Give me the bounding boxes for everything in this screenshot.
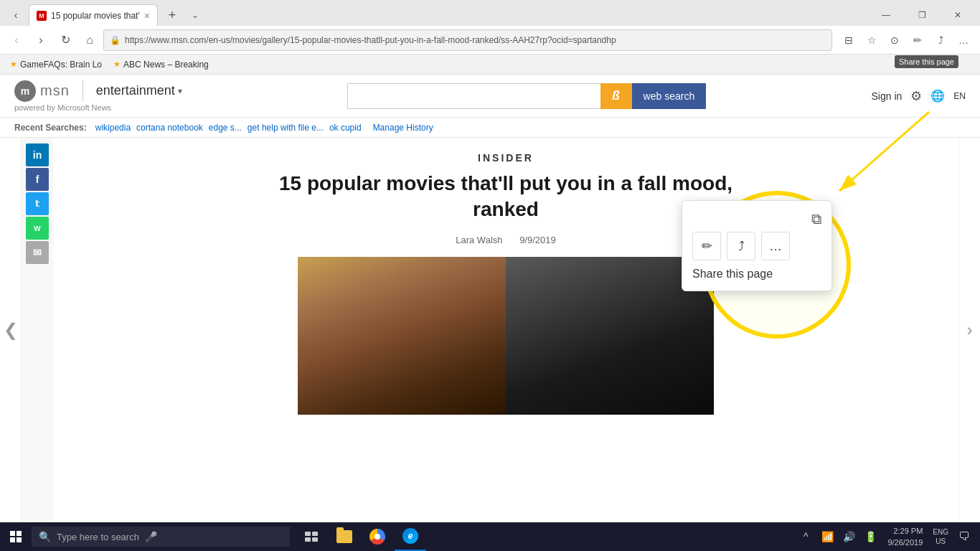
globe-icon[interactable]: 🌐 <box>930 89 945 103</box>
language-label: EN <box>953 91 966 101</box>
linkedin-share-button[interactable]: in <box>26 143 49 166</box>
msn-logo: m msn <box>14 80 70 102</box>
refresh-button[interactable]: ↻ <box>55 29 76 51</box>
msn-nav-label: entertainment <box>96 83 175 98</box>
chrome-icon <box>369 529 385 545</box>
file-explorer-button[interactable] <box>329 522 360 551</box>
recent-item-1[interactable]: cortana notebook <box>136 123 203 133</box>
recent-label: Recent Searches: <box>14 123 87 133</box>
annotate-button[interactable]: ✏ <box>907 29 928 51</box>
fav-label-abcnews: ABC News – Breaking <box>123 60 209 70</box>
favorites-button[interactable]: ☆ <box>861 29 882 51</box>
fav-label-gamefaqs: GameFAQs: Brain Lo <box>20 60 102 70</box>
recent-item-4[interactable]: ok cupid <box>329 123 362 133</box>
language-indicator: ENG US <box>930 527 951 546</box>
address-bar[interactable]: 🔒 https://www.msn.com/en-us/movies/galle… <box>103 29 832 51</box>
taskbar-apps: e <box>293 522 429 551</box>
favorites-bar: ★ GameFAQs: Brain Lo ★ ABC News – Breaki… <box>0 55 980 75</box>
taskbar: 🔍 Type here to search 🎤 <box>0 522 980 551</box>
twitter-share-button[interactable]: 𝕥 <box>26 192 49 215</box>
fav-star-icon-2: ★ <box>113 60 121 69</box>
start-button[interactable] <box>0 522 32 551</box>
recent-item-2[interactable]: edge s... <box>209 123 242 133</box>
tab-bar-right: — ❐ ✕ <box>870 4 980 26</box>
lock-icon: 🔒 <box>110 35 121 45</box>
hub-button[interactable]: ⊙ <box>884 29 905 51</box>
whatsapp-share-button[interactable]: w <box>26 217 49 240</box>
edge-icon: e <box>402 528 418 544</box>
active-tab[interactable]: M 15 popular movies that' × <box>29 4 158 26</box>
article-title: 15 popular movies that'll put you in a f… <box>255 171 757 223</box>
forward-button[interactable]: › <box>30 29 52 51</box>
microphone-icon[interactable]: 🎤 <box>145 531 157 542</box>
windows-icon <box>10 531 22 542</box>
article-prev-button[interactable]: ❮ <box>0 138 22 522</box>
msn-icon: m <box>14 80 36 102</box>
notification-button[interactable]: 🗨 <box>954 527 974 547</box>
chrome-app-button[interactable] <box>362 522 393 551</box>
page-content: m msn entertainment ▾ powered by Microso… <box>0 75 980 522</box>
msn-brand: msn <box>40 83 70 99</box>
home-button[interactable]: ⌂ <box>79 29 100 51</box>
article-images <box>298 257 714 415</box>
settings-icon[interactable]: ⚙ <box>910 88 922 104</box>
clock-time: 2:29 PM <box>893 525 923 537</box>
article-author: Lara Walsh <box>456 235 502 245</box>
share-button[interactable]: ⤴ Share this page <box>930 29 951 51</box>
msn-nav[interactable]: entertainment ▾ <box>96 83 182 98</box>
manage-history-link[interactable]: Manage History <box>373 123 433 133</box>
tab-close-btn[interactable]: × <box>144 10 150 22</box>
tab-list-button[interactable]: ⌄ <box>185 5 205 25</box>
more-button[interactable]: … <box>953 29 974 51</box>
read-view-button[interactable]: ⊟ <box>838 29 859 51</box>
bing-button[interactable]: ß <box>600 83 632 109</box>
chevron-icon[interactable]: ^ <box>796 527 816 547</box>
web-search-button[interactable]: web search <box>632 83 707 109</box>
browser-window: ‹ M 15 popular movies that' × + ⌄ — ❐ ✕ … <box>0 0 980 551</box>
network-icon[interactable]: 📶 <box>817 527 837 547</box>
svg-rect-4 <box>312 532 318 536</box>
article-meta: Lara Walsh 9/9/2019 <box>456 235 556 245</box>
msn-logo-area: m msn entertainment ▾ powered by Microso… <box>14 80 182 112</box>
taskbar-search-text: Type here to search <box>57 532 139 542</box>
fav-item-abcnews[interactable]: ★ ABC News – Breaking <box>109 58 213 71</box>
taskbar-right: ^ 📶 🔊 🔋 2:29 PM 9/26/2019 ENG US 🗨 <box>796 525 980 549</box>
restore-button[interactable]: ❐ <box>905 4 938 26</box>
search-icon: 🔍 <box>39 531 51 542</box>
fav-star-icon: ★ <box>10 60 17 69</box>
battery-icon[interactable]: 🔋 <box>860 527 880 547</box>
taskbar-clock[interactable]: 2:29 PM 9/26/2019 <box>883 525 927 549</box>
msn-search-box: ß web search <box>347 83 706 109</box>
tab-bar: ‹ M 15 popular movies that' × + ⌄ — ❐ ✕ <box>0 0 980 26</box>
sign-in-link[interactable]: Sign in <box>872 90 903 102</box>
msn-divider <box>83 80 83 102</box>
fav-item-gamefaqs[interactable]: ★ GameFAQs: Brain Lo <box>6 58 106 71</box>
taskbar-search-box[interactable]: 🔍 Type here to search 🎤 <box>32 527 290 547</box>
svg-rect-5 <box>305 537 311 542</box>
recent-searches-bar: Recent Searches: wikipedia cortana noteb… <box>0 118 980 138</box>
system-tray: ^ 📶 🔊 🔋 <box>796 527 880 547</box>
edge-app-button[interactable]: e <box>395 522 426 551</box>
recent-item-3[interactable]: get help with file e... <box>248 123 324 133</box>
facebook-share-button[interactable]: f <box>26 168 49 191</box>
url-text: https://www.msn.com/en-us/movies/gallery… <box>125 35 826 45</box>
email-share-button[interactable]: ✉ <box>26 241 49 264</box>
article-date: 9/9/2019 <box>519 235 556 245</box>
back-tab-btn[interactable]: ‹ <box>6 5 26 25</box>
volume-icon[interactable]: 🔊 <box>839 527 859 547</box>
tab-bar-left: ‹ M 15 popular movies that' × + ⌄ <box>0 4 205 26</box>
svg-rect-6 <box>312 537 318 542</box>
article-area: ❮ in f 𝕥 w ✉ INSIDER 15 popular movies t… <box>0 138 980 522</box>
minimize-button[interactable]: — <box>870 4 903 26</box>
msn-tagline: powered by Microsoft News <box>14 103 182 112</box>
back-button[interactable]: ‹ <box>6 29 27 51</box>
close-button[interactable]: ✕ <box>941 4 974 26</box>
task-view-button[interactable] <box>296 522 327 551</box>
recent-item-0[interactable]: wikipedia <box>95 123 131 133</box>
bing-logo: ß <box>612 88 620 103</box>
article-main: INSIDER 15 popular movies that'll put yo… <box>53 138 958 522</box>
new-tab-button[interactable]: + <box>162 5 182 25</box>
article-next-button[interactable]: › <box>958 138 980 522</box>
msn-right-area: Sign in ⚙ 🌐 EN <box>872 88 966 104</box>
msn-search-input[interactable] <box>347 83 600 109</box>
